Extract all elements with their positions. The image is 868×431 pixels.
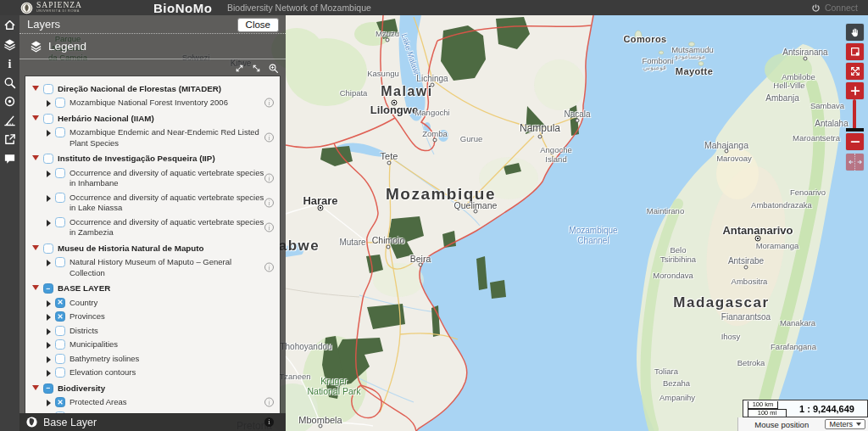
- collapse-arrow-icon[interactable]: [32, 115, 39, 120]
- layer-label: Instituto de Investigação Pesqueira (IIP…: [58, 153, 215, 165]
- expand-arrow-icon[interactable]: [47, 100, 51, 107]
- sidebar-locate-button[interactable]: [1, 94, 19, 112]
- expand-arrow-icon[interactable]: [47, 300, 51, 307]
- layer-row: −Biodiversity: [25, 381, 280, 395]
- layer-checkbox[interactable]: [55, 339, 65, 350]
- zoom-out-button[interactable]: [846, 133, 864, 150]
- layer-label: Direção Nacional de Florestas (MITADER): [58, 83, 221, 95]
- extent-history-buttons[interactable]: [846, 154, 864, 171]
- layer-row: Instituto de Investigação Pesqueira (IIP…: [25, 152, 280, 166]
- sidebar-export-button[interactable]: [1, 132, 19, 150]
- layer-checkbox[interactable]: ✕: [55, 311, 65, 322]
- layer-tree: Direção Nacional de Florestas (MITADER)M…: [25, 76, 280, 413]
- expand-arrow-icon[interactable]: [47, 260, 51, 266]
- expand-arrow-icon[interactable]: [47, 400, 51, 406]
- expand-arrow-icon[interactable]: [47, 328, 51, 335]
- legend-zoom-icon[interactable]: [267, 62, 280, 75]
- info-icon[interactable]: i: [264, 173, 274, 182]
- layer-checkbox[interactable]: [43, 84, 53, 94]
- sidebar-layers-button[interactable]: [1, 37, 19, 55]
- collapse-arrow-icon[interactable]: [32, 245, 39, 250]
- legend-shrink-icon[interactable]: [250, 62, 263, 75]
- layer-checkbox[interactable]: ✕: [55, 298, 65, 308]
- expand-arrow-icon[interactable]: [47, 130, 51, 137]
- layer-checkbox[interactable]: [55, 98, 65, 108]
- layer-label: Elevation contours: [70, 367, 136, 378]
- close-button[interactable]: Close: [237, 18, 279, 32]
- info-icon[interactable]: i: [264, 397, 274, 406]
- layer-checkbox[interactable]: [55, 127, 65, 137]
- svg-text:i: i: [8, 57, 12, 70]
- info-icon[interactable]: i: [264, 198, 274, 207]
- expand-arrow-icon[interactable]: [47, 171, 51, 177]
- layer-checkbox[interactable]: [55, 168, 65, 178]
- sapienza-logo: SAPIENZA UNIVERSITÀ DI ROMA: [20, 2, 82, 14]
- layer-row: Mozambique Endemic and Near-Endemic Red …: [25, 126, 280, 150]
- layer-checkbox[interactable]: [55, 354, 65, 364]
- layer-checkbox[interactable]: [55, 367, 65, 378]
- layers-panel-header: Layers Close: [19, 15, 286, 34]
- base-layer-bar[interactable]: Base Layer i: [19, 413, 286, 431]
- layer-label: Herbário Nacional (IIAM): [58, 113, 154, 125]
- zoom-full-extent-button[interactable]: [846, 63, 864, 80]
- info-icon[interactable]: i: [264, 133, 274, 143]
- base-layer-info-icon[interactable]: i: [264, 417, 274, 427]
- sidebar-measure-button[interactable]: [1, 114, 19, 132]
- layer-checkbox[interactable]: −: [43, 283, 53, 294]
- legend-expand-icon[interactable]: [233, 62, 246, 75]
- layer-row: Occurrence and diversity of aquatic vert…: [25, 190, 280, 215]
- chevron-down-icon: [856, 423, 861, 426]
- sidebar-home-button[interactable]: [1, 18, 19, 36]
- collapse-arrow-icon[interactable]: [32, 155, 39, 160]
- sidebar-info-button[interactable]: i: [1, 56, 19, 74]
- zoom-in-button[interactable]: [846, 82, 864, 99]
- layer-row: ✕Country: [25, 295, 280, 310]
- layer-label: Museu de Historia Natural de Maputo: [58, 243, 204, 255]
- sidebar-search-button[interactable]: [1, 76, 19, 93]
- zoom-slider-handle[interactable]: [846, 128, 864, 132]
- layer-label: Occurrence and diversity of aquatic vert…: [70, 216, 264, 238]
- expand-arrow-icon[interactable]: [47, 314, 51, 321]
- target-icon: [3, 95, 16, 111]
- base-layer-label: Base Layer: [43, 417, 97, 428]
- zoom-box-button[interactable]: [846, 43, 864, 60]
- layer-row: Elevation contours: [25, 366, 280, 380]
- layer-checkbox[interactable]: −: [43, 383, 53, 394]
- layer-checkbox[interactable]: [55, 193, 65, 203]
- layer-label: Districts: [70, 325, 98, 337]
- layer-checkbox[interactable]: [55, 326, 65, 336]
- collapse-arrow-icon[interactable]: [32, 285, 39, 290]
- layer-checkbox[interactable]: [55, 257, 65, 267]
- layer-row: Natural History Museum of Maputo – Gener…: [25, 255, 280, 280]
- info-icon: i: [3, 57, 16, 73]
- layer-row: Museu de Historia Natural de Maputo: [25, 241, 280, 255]
- info-icon[interactable]: i: [264, 98, 274, 107]
- expand-arrow-icon[interactable]: [47, 220, 51, 227]
- expand-arrow-icon[interactable]: [47, 356, 51, 363]
- tool-sidebar: i: [0, 15, 19, 431]
- info-icon[interactable]: i: [264, 222, 274, 232]
- layer-checkbox[interactable]: ✕: [55, 397, 65, 407]
- units-select[interactable]: Meters: [825, 419, 865, 429]
- connect-button[interactable]: Connect: [811, 3, 858, 13]
- next-extent-icon[interactable]: [854, 154, 863, 171]
- panel-title: Layers: [27, 18, 60, 31]
- layer-checkbox[interactable]: [43, 114, 53, 124]
- prev-extent-icon[interactable]: [847, 154, 854, 171]
- layer-checkbox[interactable]: [43, 243, 53, 254]
- scale-box: 100 km 100 mi 1 : 9,244,649: [743, 400, 868, 417]
- info-icon[interactable]: i: [264, 263, 274, 272]
- expand-arrow-icon[interactable]: [47, 195, 51, 202]
- legend-header[interactable]: Legend: [19, 34, 286, 59]
- collapse-arrow-icon[interactable]: [32, 385, 39, 390]
- expand-arrow-icon[interactable]: [47, 370, 51, 377]
- pan-tool-button[interactable]: [846, 24, 864, 41]
- layer-row: Mozambique National Forest Inventory 200…: [25, 96, 280, 110]
- expand-arrow-icon[interactable]: [47, 342, 51, 349]
- sidebar-feedback-button[interactable]: [1, 152, 19, 170]
- collapse-arrow-icon[interactable]: [32, 86, 39, 91]
- zoom-slider-track[interactable]: [853, 99, 856, 132]
- layer-checkbox[interactable]: [43, 154, 53, 164]
- layer-checkbox[interactable]: [55, 217, 65, 227]
- app-title: BioNoMo: [153, 1, 212, 15]
